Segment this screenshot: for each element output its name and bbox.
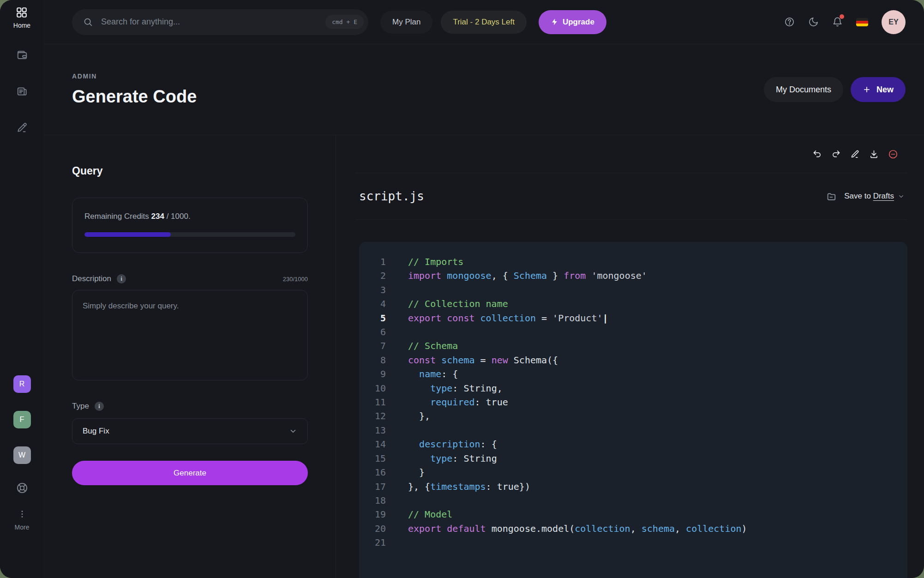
line-number: 17 xyxy=(359,480,386,494)
upgrade-button[interactable]: Upgrade xyxy=(539,10,606,34)
code-line: 8const schema = new Schema({ xyxy=(359,353,907,367)
plus-icon xyxy=(863,85,871,94)
line-number: 3 xyxy=(359,283,386,297)
code-text: description: { xyxy=(408,437,497,451)
description-row: Description i 230/1000 xyxy=(72,274,308,283)
grid-home-icon xyxy=(16,6,28,18)
new-button-label: New xyxy=(876,85,894,95)
line-number: 8 xyxy=(359,353,386,367)
breadcrumb-eyebrow: ADMIN xyxy=(72,72,197,80)
filename: script.js xyxy=(359,189,424,203)
code-text: // Model xyxy=(408,507,452,521)
code-line: 7// Schema xyxy=(359,339,907,353)
remove-circle-icon[interactable] xyxy=(888,149,898,159)
download-icon[interactable] xyxy=(869,149,879,159)
new-button[interactable]: New xyxy=(851,77,906,102)
german-flag-icon[interactable] xyxy=(856,18,868,26)
topbar-status-icons: EY xyxy=(784,10,906,34)
workspace-avatar-w[interactable]: W xyxy=(13,446,31,464)
undo-icon[interactable] xyxy=(812,149,822,159)
sidebar-home-label: Home xyxy=(13,22,30,29)
save-to-drafts[interactable]: Save to Drafts xyxy=(826,191,905,202)
line-number: 16 xyxy=(359,465,386,479)
line-number: 14 xyxy=(359,437,386,451)
sidebar: Home R F W More xyxy=(0,0,44,578)
type-select-value: Bug Fix xyxy=(83,427,109,436)
trial-badge: Trial - 2 Days Left xyxy=(441,11,527,34)
redo-icon[interactable] xyxy=(831,149,841,159)
line-number: 13 xyxy=(359,423,386,437)
sidebar-item-more[interactable]: More xyxy=(15,509,30,531)
code-lines: 1// Imports2import mongoose, { Schema } … xyxy=(359,242,907,550)
code-line: 16 } xyxy=(359,465,907,479)
credits-text: Remaining Credits 234 / 1000. xyxy=(84,212,295,221)
edit-icon[interactable] xyxy=(850,149,860,159)
credits-card: Remaining Credits 234 / 1000. xyxy=(72,198,308,253)
line-number: 21 xyxy=(359,536,386,549)
wallet-icon[interactable] xyxy=(16,49,28,61)
edit-icon[interactable] xyxy=(16,121,28,133)
ellipsis-vertical-icon xyxy=(18,509,27,519)
main-column: cmd + E My Plan Trial - 2 Days Left Upgr… xyxy=(44,0,924,578)
info-icon[interactable]: i xyxy=(117,274,126,283)
line-number: 20 xyxy=(359,522,386,536)
line-number: 19 xyxy=(359,507,386,521)
code-line: 6 xyxy=(359,325,907,339)
content: Query Remaining Credits 234 / 1000. Desc… xyxy=(44,135,924,578)
more-label: More xyxy=(15,524,30,531)
line-number: 11 xyxy=(359,395,386,409)
drafts-link[interactable]: Drafts xyxy=(873,192,894,200)
workspace-avatars: R F W xyxy=(13,375,31,464)
line-number: 15 xyxy=(359,452,386,465)
description-counter: 230/1000 xyxy=(283,276,308,283)
chevron-down-icon xyxy=(898,193,905,200)
search-bar[interactable]: cmd + E xyxy=(72,9,368,35)
notification-dot xyxy=(840,14,844,19)
line-number: 6 xyxy=(359,325,386,339)
workspace-avatar-f[interactable]: F xyxy=(13,411,31,428)
editor-panel: script.js Save to Drafts 1// Imports2imp… xyxy=(336,135,924,578)
query-title: Query xyxy=(72,165,308,177)
credits-value: 234 xyxy=(151,212,164,221)
credits-progress xyxy=(84,232,295,237)
code-text: required: true xyxy=(408,395,508,409)
type-select[interactable]: Bug Fix xyxy=(72,418,308,444)
code-line: 11 required: true xyxy=(359,395,907,409)
line-number: 5 xyxy=(359,311,386,325)
moon-icon[interactable] xyxy=(808,17,819,27)
code-line: 20export default mongoose.model(collecti… xyxy=(359,522,907,536)
generate-button[interactable]: Generate xyxy=(72,461,308,485)
code-line: 2import mongoose, { Schema } from 'mongo… xyxy=(359,269,907,283)
bolt-icon xyxy=(551,18,558,26)
user-avatar[interactable]: EY xyxy=(882,10,906,34)
code-line: 9 name: { xyxy=(359,367,907,381)
page-header: ADMIN Generate Code My Documents New xyxy=(44,44,924,135)
lifebuoy-icon[interactable] xyxy=(16,482,29,494)
sidebar-item-home[interactable]: Home xyxy=(13,6,30,29)
credits-total: / 1000. xyxy=(164,212,191,221)
code-line: 14 description: { xyxy=(359,437,907,451)
bell-icon[interactable] xyxy=(832,17,843,27)
code-text: name: { xyxy=(408,367,458,381)
code-text: export const collection = 'Product'| xyxy=(408,311,608,325)
my-documents-button[interactable]: My Documents xyxy=(764,77,843,102)
file-row: script.js Save to Drafts xyxy=(355,173,907,220)
description-label: Description xyxy=(72,274,111,283)
code-editor[interactable]: 1// Imports2import mongoose, { Schema } … xyxy=(359,242,907,578)
topbar: cmd + E My Plan Trial - 2 Days Left Upgr… xyxy=(44,0,924,44)
help-icon[interactable] xyxy=(784,17,795,27)
code-text: type: String, xyxy=(408,381,503,395)
chevron-down-icon xyxy=(289,427,297,435)
workspace-avatar-r[interactable]: R xyxy=(13,375,31,393)
description-textarea[interactable] xyxy=(72,290,308,380)
code-text: // Schema xyxy=(408,339,458,353)
code-line: 18 xyxy=(359,494,907,507)
info-icon[interactable]: i xyxy=(95,402,104,411)
documents-icon[interactable] xyxy=(16,85,28,97)
code-line: 13 xyxy=(359,423,907,437)
my-plan-button[interactable]: My Plan xyxy=(380,11,432,34)
line-number: 2 xyxy=(359,269,386,283)
upgrade-label: Upgrade xyxy=(563,18,594,27)
search-input[interactable] xyxy=(100,17,325,27)
save-to-drafts-label: Save to Drafts xyxy=(844,192,894,201)
